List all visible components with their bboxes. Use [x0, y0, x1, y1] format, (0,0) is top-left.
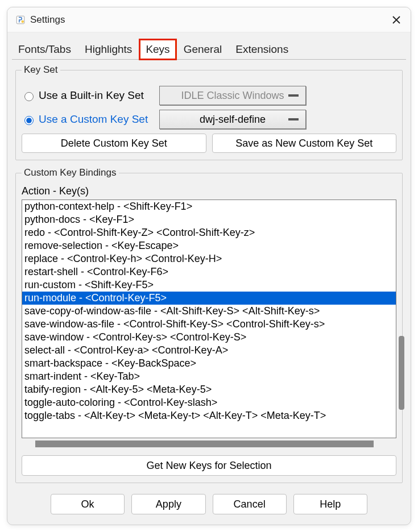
radio-builtin-input[interactable]	[24, 92, 34, 101]
keyset-legend: Key Set	[22, 64, 60, 76]
apply-button[interactable]: Apply	[131, 494, 205, 514]
binding-row[interactable]: python-docs - <Key-F1>	[22, 213, 396, 226]
tab-general[interactable]: General	[177, 39, 229, 60]
binding-row[interactable]: remove-selection - <Key-Escape>	[22, 239, 396, 252]
app-icon	[15, 15, 26, 25]
window-title: Settings	[30, 14, 390, 26]
binding-row[interactable]: toggle-tabs - <Alt-Key-t> <Meta-Key-t> <…	[22, 409, 396, 422]
binding-row[interactable]: run-custom - <Shift-Key-F5>	[22, 279, 396, 292]
custom-keyset-combo[interactable]: dwj-self-define	[159, 110, 306, 129]
ok-button[interactable]: Ok	[51, 494, 125, 514]
keyset-group: Key Set Use a Built-in Key Set IDLE Clas…	[15, 64, 403, 160]
binding-row[interactable]: save-window-as-file - <Control-Shift-Key…	[22, 318, 396, 331]
bindings-listbox[interactable]: python-context-help - <Shift-Key-F1>pyth…	[22, 200, 396, 438]
tab-fonts-tabs[interactable]: Fonts/Tabs	[12, 39, 77, 60]
cancel-button[interactable]: Cancel	[213, 494, 287, 514]
binding-row[interactable]: smart-indent - <Key-Tab>	[22, 370, 396, 383]
custom-key-bindings-group: Custom Key Bindings Action - Key(s) pyth…	[15, 167, 403, 483]
binding-row[interactable]: run-module - <Control-Key-F5>	[22, 292, 396, 305]
tab-keys-content: Key Set Use a Built-in Key Set IDLE Clas…	[12, 59, 406, 483]
settings-window: Settings Fonts/TabsHighlightsKeysGeneral…	[7, 7, 411, 525]
binding-row[interactable]: replace - <Control-Key-h> <Control-Key-H…	[22, 252, 396, 265]
binding-row[interactable]: save-copy-of-window-as-file - <Alt-Shift…	[22, 305, 396, 318]
titlebar: Settings	[7, 7, 411, 32]
help-button[interactable]: Help	[293, 494, 367, 514]
radio-builtin-label: Use a Built-in Key Set	[39, 89, 144, 102]
chevron-down-icon	[288, 118, 299, 120]
chevron-down-icon	[288, 94, 299, 97]
close-icon[interactable]	[390, 14, 403, 26]
binding-row[interactable]: python-context-help - <Shift-Key-F1>	[22, 200, 396, 213]
binding-row[interactable]: tabify-region - <Alt-Key-5> <Meta-Key-5>	[22, 383, 396, 396]
tab-extensions[interactable]: Extensions	[229, 39, 295, 60]
bindings-header: Action - Key(s)	[22, 185, 396, 197]
save-as-new-keyset-button[interactable]: Save as New Custom Key Set	[212, 134, 397, 153]
binding-row[interactable]: save-window - <Control-Key-s> <Control-K…	[22, 331, 396, 344]
builtin-keyset-value: IDLE Classic Windows	[181, 90, 284, 102]
builtin-keyset-combo[interactable]: IDLE Classic Windows	[159, 86, 306, 105]
binding-row[interactable]: redo - <Control-Shift-Key-Z> <Control-Sh…	[22, 226, 396, 239]
delete-custom-keyset-button[interactable]: Delete Custom Key Set	[22, 134, 206, 153]
tab-highlights[interactable]: Highlights	[78, 39, 138, 60]
vertical-scrollbar[interactable]	[399, 336, 404, 410]
binding-row[interactable]: select-all - <Control-Key-a> <Control-Ke…	[22, 344, 396, 357]
horizontal-scrollbar[interactable]	[35, 440, 374, 447]
radio-custom[interactable]: Use a Custom Key Set	[22, 113, 152, 126]
svg-point-1	[22, 20, 24, 23]
get-new-keys-button[interactable]: Get New Keys for Selection	[22, 455, 396, 476]
radio-custom-input[interactable]	[24, 116, 34, 125]
binding-row[interactable]: restart-shell - <Control-Key-F6>	[22, 265, 396, 279]
bindings-legend: Custom Key Bindings	[22, 167, 119, 178]
tab-bar: Fonts/TabsHighlightsKeysGeneralExtension…	[7, 39, 411, 60]
binding-row[interactable]: smart-backspace - <Key-BackSpace>	[22, 357, 396, 370]
binding-row[interactable]: toggle-auto-coloring - <Control-Key-slas…	[22, 396, 396, 409]
custom-keyset-value: dwj-self-define	[200, 114, 266, 126]
radio-builtin[interactable]: Use a Built-in Key Set	[22, 89, 152, 102]
radio-custom-label: Use a Custom Key Set	[39, 113, 148, 126]
tab-keys[interactable]: Keys	[139, 39, 176, 60]
dialog-buttons: Ok Apply Cancel Help	[7, 494, 411, 514]
